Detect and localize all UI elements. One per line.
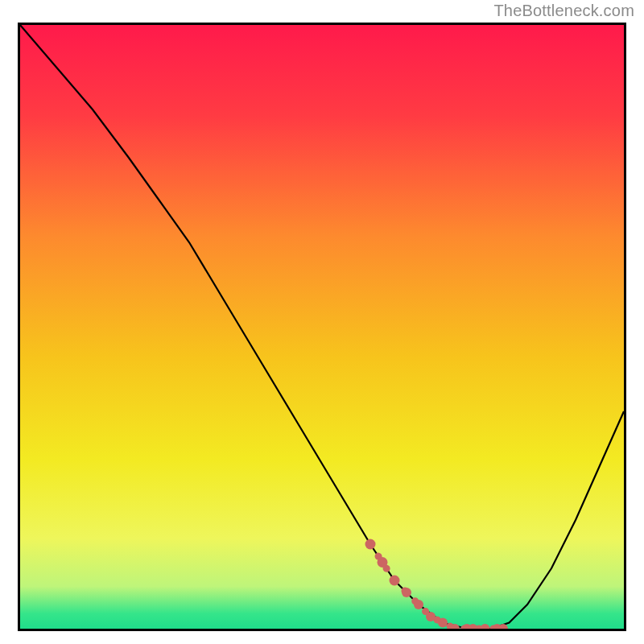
highlight-dot: [365, 539, 376, 550]
highlight-dot: [438, 618, 448, 628]
chart-container: TheBottleneck.com: [0, 0, 644, 644]
chart-svg: [20, 25, 624, 629]
attribution-text: TheBottleneck.com: [493, 2, 634, 20]
highlight-dot: [390, 576, 400, 586]
highlight-dot: [378, 557, 388, 568]
highlight-dot: [426, 612, 436, 621]
highlight-dot: [414, 600, 423, 609]
plot-area: [18, 23, 626, 631]
gradient-rect: [20, 25, 624, 629]
highlight-dot: [402, 588, 411, 597]
